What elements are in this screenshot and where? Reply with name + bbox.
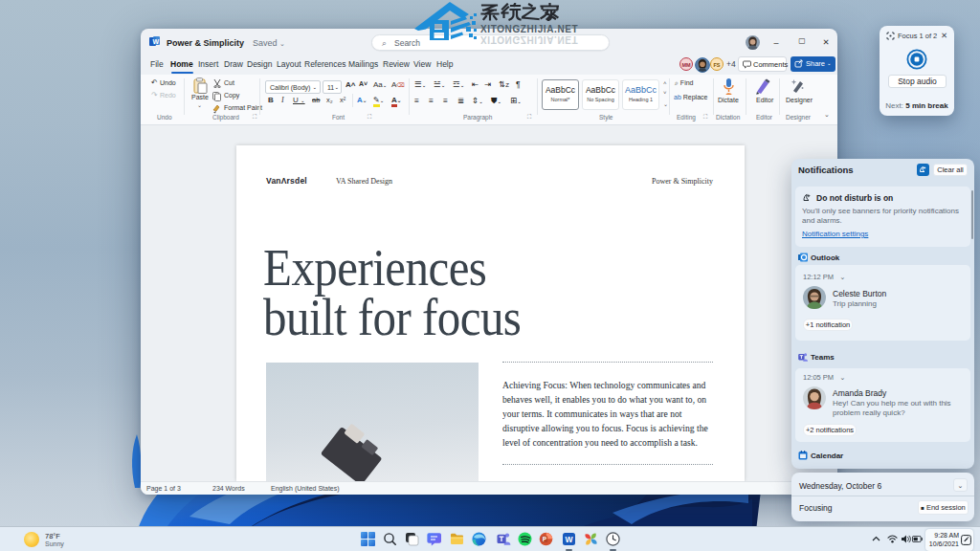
svg-text:W: W bbox=[565, 535, 573, 544]
svg-text:W: W bbox=[153, 38, 160, 45]
svg-text:P: P bbox=[543, 536, 547, 542]
